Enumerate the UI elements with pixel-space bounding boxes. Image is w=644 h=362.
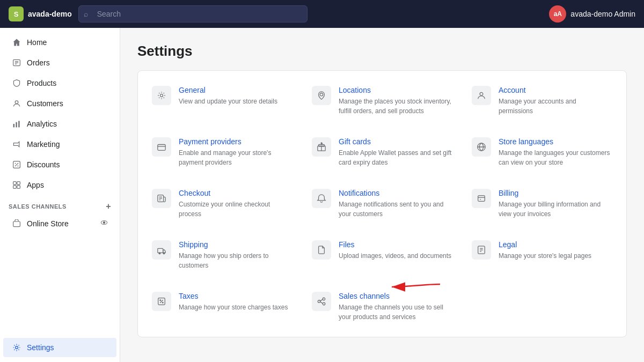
sidebar-item-label: Discounts — [27, 160, 60, 169]
svg-rect-36 — [158, 248, 163, 253]
marketing-icon — [12, 139, 21, 149]
svg-rect-13 — [17, 182, 20, 185]
settings-item-shipping[interactable]: ShippingManage how you ship orders to cu… — [142, 230, 302, 281]
svg-point-45 — [160, 300, 161, 301]
main-content: Settings GeneralView and update your sto… — [120, 28, 644, 362]
settings-item-shipping-title[interactable]: Shipping — [179, 240, 292, 249]
settings-item-account-desc: Manage your accounts and permissions — [499, 97, 612, 116]
billing-icon — [472, 189, 491, 208]
svg-rect-33 — [478, 196, 485, 202]
settings-item-locations-title[interactable]: Locations — [339, 86, 452, 94]
settings-item-files-desc: Upload images, videos, and documents — [339, 251, 452, 261]
svg-rect-7 — [18, 121, 19, 127]
settings-item-notifications-title[interactable]: Notifications — [339, 189, 452, 197]
settings-item-account[interactable]: AccountManage your accounts and permissi… — [462, 75, 622, 127]
settings-item-general-title[interactable]: General — [179, 86, 292, 94]
orders-icon — [12, 58, 21, 68]
settings-item-payment-providers-desc: Enable and manage your store's payment p… — [179, 148, 292, 167]
user-menu[interactable]: aA avada-demo Admin — [549, 5, 635, 23]
online-store-label: Online Store — [27, 219, 69, 228]
shipping-icon — [152, 240, 171, 260]
settings-item-checkout-content: CheckoutCustomize your online checkout p… — [179, 189, 292, 219]
settings-item-files-title[interactable]: Files — [339, 240, 452, 249]
svg-rect-14 — [13, 186, 17, 189]
sidebar-item-home[interactable]: Home — [3, 33, 116, 52]
discounts-icon — [12, 160, 21, 169]
svg-point-19 — [16, 346, 18, 349]
settings-item-notifications[interactable]: NotificationsManage notifications sent t… — [302, 178, 462, 230]
sidebar-item-orders[interactable]: Orders — [3, 53, 116, 72]
settings-item-legal[interactable]: LegalManage your store's legal pages — [462, 230, 622, 281]
settings-item-legal-title[interactable]: Legal — [499, 240, 612, 249]
sidebar-item-apps[interactable]: Apps — [3, 175, 116, 195]
svg-point-18 — [103, 221, 105, 224]
settings-item-billing[interactable]: BillingManage your billing information a… — [462, 178, 622, 230]
svg-point-37 — [159, 253, 160, 254]
sidebar-item-analytics[interactable]: Analytics — [3, 114, 116, 134]
svg-rect-15 — [17, 186, 20, 189]
search-input[interactable] — [78, 5, 308, 23]
settings-item-checkout[interactable]: CheckoutCustomize your online checkout p… — [142, 178, 302, 230]
settings-item-taxes-title[interactable]: Taxes — [179, 292, 292, 300]
svg-point-38 — [163, 253, 165, 254]
settings-item-billing-title[interactable]: Billing — [499, 189, 612, 197]
sidebar-item-products[interactable]: Products — [3, 73, 116, 93]
svg-point-4 — [15, 101, 18, 104]
settings-item-sales-channels-title[interactable]: Sales channels — [339, 292, 452, 300]
sidebar-item-customers[interactable]: Customers — [3, 94, 116, 113]
sidebar-item-marketing[interactable]: Marketing — [3, 135, 116, 154]
svg-point-10 — [15, 163, 16, 164]
settings-item-files-content: FilesUpload images, videos, and document… — [339, 240, 452, 261]
search-icon: ⌕ — [84, 10, 88, 18]
svg-point-21 — [320, 93, 323, 96]
settings-item-gift-cards-title[interactable]: Gift cards — [339, 137, 452, 146]
svg-point-48 — [323, 298, 325, 300]
svg-rect-16 — [13, 221, 20, 227]
online-store-left: Online Store — [12, 219, 69, 228]
sidebar-item-label: Products — [27, 79, 56, 87]
location-icon — [312, 86, 331, 105]
settings-item-gift-cards[interactable]: Gift cardsEnable Apple Wallet passes and… — [302, 127, 462, 178]
svg-point-20 — [160, 94, 163, 97]
svg-point-46 — [162, 302, 163, 303]
settings-item-account-title[interactable]: Account — [499, 86, 612, 94]
sidebar-item-label: Settings — [27, 343, 54, 352]
sidebar-item-label: Analytics — [27, 120, 57, 128]
settings-item-sales-channels-desc: Manage the channels you use to sell your… — [339, 302, 452, 322]
settings-item-locations[interactable]: LocationsManage the places you stock inv… — [302, 75, 462, 127]
settings-item-taxes[interactable]: TaxesManage how your store charges taxes — [142, 281, 302, 333]
eye-icon[interactable] — [100, 219, 108, 228]
svg-line-50 — [320, 299, 323, 301]
analytics-icon — [12, 119, 21, 129]
add-sales-channel-button[interactable]: + — [106, 202, 111, 211]
settings-item-store-languages-title[interactable]: Store languages — [499, 137, 612, 146]
sidebar-item-label: Home — [27, 38, 47, 47]
settings-item-checkout-title[interactable]: Checkout — [179, 189, 292, 197]
settings-item-store-languages-content: Store languagesManage the languages your… — [499, 137, 612, 167]
sidebar-item-label: Marketing — [27, 140, 60, 149]
sales-channels-icon — [312, 292, 331, 311]
settings-item-sales-channels-content: Sales channelsManage the channels you us… — [339, 292, 452, 322]
store-logo[interactable]: S avada-demo — [9, 6, 72, 21]
sidebar-item-online-store[interactable]: Online Store — [3, 214, 116, 233]
svg-rect-5 — [13, 124, 14, 127]
svg-rect-12 — [13, 182, 17, 185]
files-icon — [312, 240, 331, 260]
svg-point-22 — [480, 92, 483, 95]
settings-item-general[interactable]: GeneralView and update your store detail… — [142, 75, 302, 127]
account-icon — [472, 86, 491, 105]
settings-item-general-desc: View and update your store details — [179, 97, 292, 106]
products-icon — [12, 78, 21, 88]
settings-item-payment-providers[interactable]: Payment providersEnable and manage your … — [142, 127, 302, 178]
settings-item-sales-channels[interactable]: Sales channelsManage the channels you us… — [302, 281, 462, 333]
settings-item-account-content: AccountManage your accounts and permissi… — [499, 86, 612, 116]
user-name: avada-demo Admin — [570, 10, 635, 18]
settings-item-store-languages[interactable]: Store languagesManage the languages your… — [462, 127, 622, 178]
sidebar-item-discounts[interactable]: Discounts — [3, 155, 116, 174]
sidebar-item-settings[interactable]: Settings — [3, 338, 116, 357]
settings-item-payment-providers-content: Payment providersEnable and manage your … — [179, 137, 292, 167]
settings-item-payment-providers-title[interactable]: Payment providers — [179, 137, 292, 146]
settings-item-taxes-desc: Manage how your store charges taxes — [179, 302, 292, 312]
settings-icon — [12, 343, 21, 352]
settings-item-files[interactable]: FilesUpload images, videos, and document… — [302, 230, 462, 281]
